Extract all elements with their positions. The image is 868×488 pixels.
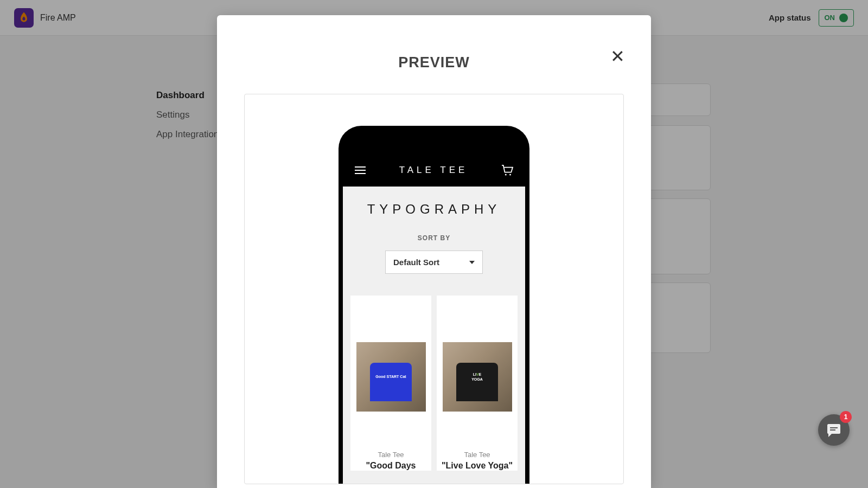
chat-button[interactable]: 1: [818, 414, 850, 446]
product-card[interactable]: Good START Cat Tale Tee "Good Days: [350, 296, 431, 471]
product-brand: Tale Tee: [437, 451, 518, 459]
cart-icon[interactable]: [501, 165, 513, 176]
store-body: TYPOGRAPHY SORT BY Default Sort Good STA…: [343, 187, 525, 484]
svg-point-0: [505, 174, 507, 176]
preview-frame: TALE TEE TYPOGRAPHY SORT BY Default Sort: [244, 94, 624, 484]
product-brand: Tale Tee: [350, 451, 431, 459]
store-name: TALE TEE: [399, 165, 468, 176]
close-icon[interactable]: ✕: [610, 48, 625, 65]
chevron-down-icon: [469, 261, 475, 264]
product-grid: Good START Cat Tale Tee "Good Days LIVEY…: [343, 274, 525, 471]
category-title: TYPOGRAPHY: [343, 202, 525, 217]
modal-title: PREVIEW: [241, 54, 627, 71]
preview-modal: ✕ PREVIEW TALE TEE TYPOGRAPHY SORT BY De…: [217, 15, 651, 488]
sort-label: SORT BY: [343, 234, 525, 242]
product-name: "Good Days: [350, 461, 431, 471]
product-image: LIVEYOGA: [437, 296, 518, 415]
sort-select[interactable]: Default Sort: [385, 251, 483, 274]
phone-mockup: TALE TEE TYPOGRAPHY SORT BY Default Sort: [339, 126, 529, 484]
chat-icon: [826, 423, 841, 437]
store-header: TALE TEE: [343, 154, 525, 187]
svg-rect-3: [830, 429, 835, 431]
sort-value: Default Sort: [393, 258, 439, 267]
product-image: Good START Cat: [350, 296, 431, 415]
hamburger-icon[interactable]: [355, 166, 366, 174]
chat-badge: 1: [840, 411, 852, 423]
svg-rect-2: [830, 427, 838, 428]
product-name: "Live Love Yoga": [437, 461, 518, 471]
svg-point-1: [509, 174, 511, 176]
phone-screen: TALE TEE TYPOGRAPHY SORT BY Default Sort: [343, 154, 525, 484]
product-card[interactable]: LIVEYOGA Tale Tee "Live Love Yoga": [437, 296, 518, 471]
